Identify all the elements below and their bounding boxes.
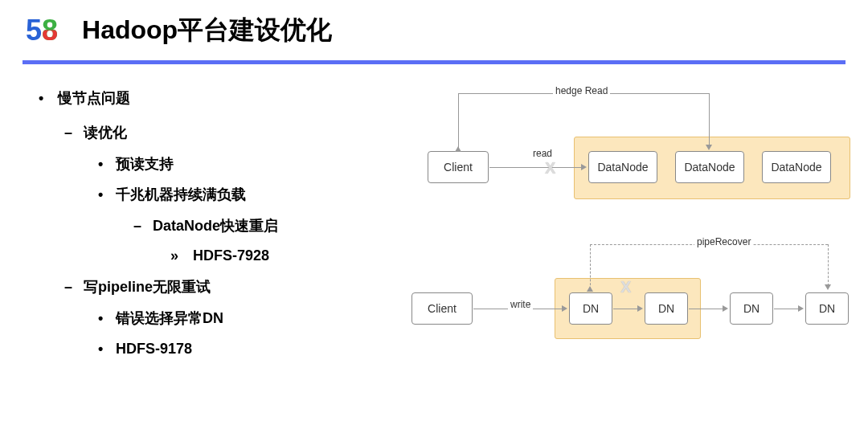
write-arrow-head bbox=[562, 305, 567, 312]
diagram-read: Client DataNode DataNode DataNode read X… bbox=[403, 80, 850, 209]
datanode-box-3: DataNode bbox=[762, 151, 831, 183]
bullet-gigabit: •千兆机器持续满负载 bbox=[98, 183, 376, 206]
recover-head bbox=[825, 284, 831, 290]
bullet-wrong-dn: •错误选择异常DN bbox=[98, 307, 376, 330]
datanode-box-1: DataNode bbox=[588, 151, 657, 183]
hedge-line-v1 bbox=[458, 93, 459, 151]
diagram-write: Client DN DN DN DN write X bbox=[387, 244, 866, 349]
logo-8: 8 8 bbox=[42, 14, 58, 47]
hedge-arrow-head bbox=[706, 145, 712, 150]
content: •慢节点问题 –读优化 •预读支持 •千兆机器持续满负载 –DataNode快速… bbox=[0, 64, 868, 369]
read-label: read bbox=[530, 148, 555, 159]
bullet-preread: •预读支持 bbox=[98, 153, 376, 176]
recover-v1 bbox=[590, 244, 591, 289]
hedge-read-label: hedge Read bbox=[553, 85, 610, 96]
slide-title: Hadoop平台建设优化 bbox=[82, 13, 332, 48]
recover-v2 bbox=[828, 244, 829, 286]
diagrams: Client DataNode DataNode DataNode read X… bbox=[376, 87, 844, 369]
bullet-write-pipe: –写pipeline无限重试 bbox=[64, 276, 376, 299]
dn2-dn3-arrow bbox=[689, 309, 724, 309]
dn2-dn3-head bbox=[723, 305, 728, 312]
bullet-hdfs9178: •HDFS-9178 bbox=[98, 337, 376, 361]
pipe-recover-label: pipeRecover bbox=[694, 236, 753, 247]
logo-58: 5 8 8 bbox=[26, 14, 58, 47]
header: 5 8 8 Hadoop平台建设优化 bbox=[0, 0, 868, 60]
bullet-read-opt: –读优化 bbox=[64, 121, 376, 145]
dn1-dn2-arrow bbox=[613, 309, 639, 309]
client-box-2: Client bbox=[411, 292, 473, 325]
x-mark-write: X bbox=[620, 278, 631, 296]
client-box: Client bbox=[428, 151, 489, 183]
dn3-dn4-head bbox=[798, 305, 804, 312]
x-mark-read: X bbox=[545, 159, 555, 178]
hedge-tail bbox=[455, 146, 461, 152]
bullet-dn-restart: –DataNode快速重启 bbox=[133, 215, 376, 238]
dn-box-1: DN bbox=[569, 292, 612, 325]
hedge-line-v2 bbox=[709, 93, 710, 146]
bullet-slow-node: •慢节点问题 bbox=[39, 87, 376, 110]
logo-5: 5 bbox=[26, 14, 42, 47]
read-arrow bbox=[489, 167, 583, 168]
dn3-dn4-arrow bbox=[774, 309, 800, 309]
bullet-hdfs7928: »HDFS-7928 bbox=[170, 244, 376, 268]
dn1-dn2-head bbox=[637, 305, 643, 312]
datanode-box-2: DataNode bbox=[675, 151, 744, 183]
bullet-list: •慢节点问题 –读优化 •预读支持 •千兆机器持续满负载 –DataNode快速… bbox=[39, 87, 376, 369]
recover-tail bbox=[587, 286, 593, 292]
dn-box-2: DN bbox=[645, 292, 688, 325]
read-arrow-head bbox=[581, 164, 587, 170]
dn-box-4: DN bbox=[805, 292, 849, 325]
dn-box-3: DN bbox=[730, 292, 773, 325]
write-label: write bbox=[508, 299, 533, 310]
